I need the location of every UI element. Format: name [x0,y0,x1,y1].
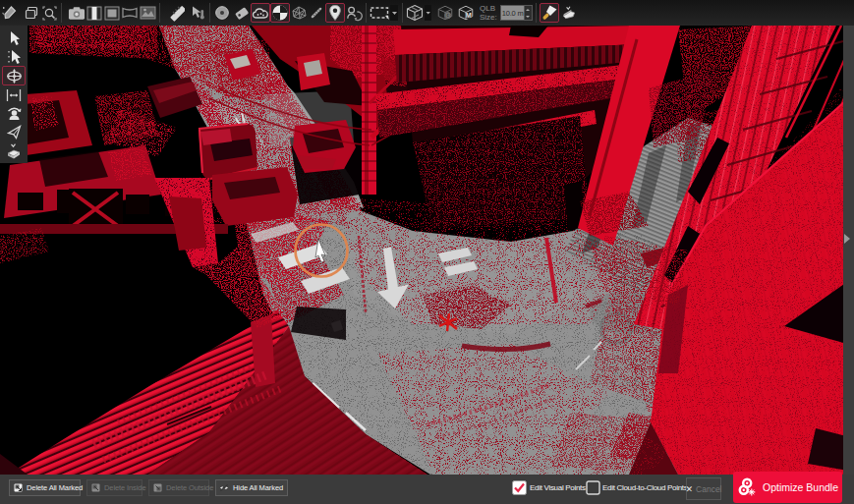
svg-text:G: G [445,12,450,19]
svg-text:M: M [466,11,472,20]
